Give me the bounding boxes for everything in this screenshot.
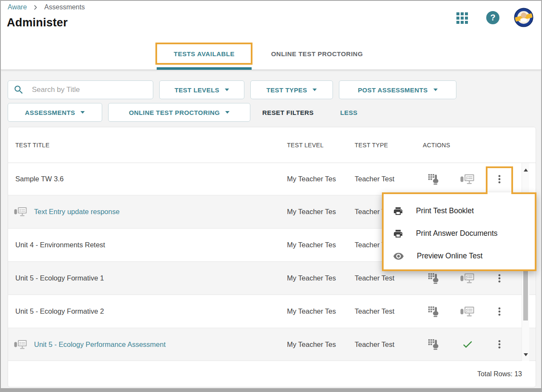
menu-item-print-answer-documents[interactable]: Print Answer Documents xyxy=(384,222,535,245)
column-header-test-title: TEST TITLE xyxy=(15,127,49,163)
column-header-test-type: TEST TYPE xyxy=(355,127,388,163)
table-row[interactable]: Sample TW 3.6 My Teacher Tes Teacher Tes… xyxy=(8,163,536,195)
help-glyph: ? xyxy=(490,13,495,23)
search-box xyxy=(8,80,153,99)
chevron-down-icon xyxy=(433,89,438,91)
assessments-dropdown[interactable]: ASSESSMENTS xyxy=(8,103,102,122)
check-icon xyxy=(462,338,473,350)
column-header-actions: ACTIONS xyxy=(423,127,450,163)
eye-icon xyxy=(393,251,404,262)
test-title: Unit 5 - Ecology Formative 2 xyxy=(15,295,104,328)
apps-grid-icon[interactable] xyxy=(456,12,468,26)
test-level: My Teacher Tes xyxy=(287,229,336,261)
table-header: TEST TITLE TEST LEVEL TEST TYPE ACTIONS xyxy=(8,127,536,163)
menu-item-print-test-booklet[interactable]: Print Test Booklet xyxy=(384,200,535,222)
test-types-dropdown[interactable]: TEST TYPES xyxy=(250,80,333,99)
test-title: Unit 5 - Ecology Formative 1 xyxy=(15,262,104,295)
test-level: My Teacher Tes xyxy=(287,195,336,228)
chevron-down-icon xyxy=(313,89,317,91)
scroll-up-icon[interactable] xyxy=(524,169,528,172)
less-button[interactable]: LESS xyxy=(340,103,358,122)
chevron-down-icon xyxy=(80,111,85,114)
test-title-link[interactable]: Unit 5 - Ecology Performance Assessment xyxy=(34,340,166,349)
reset-filters-button[interactable]: RESET FILTERS xyxy=(262,103,314,122)
scroll-down-icon[interactable] xyxy=(524,353,528,356)
row-menu-icon[interactable] xyxy=(494,273,505,283)
online-test-icon xyxy=(14,206,27,217)
tab-bar: TESTS AVAILABLE ONLINE TEST PROCTORING xyxy=(1,37,541,70)
test-types-label: TEST TYPES xyxy=(267,86,307,94)
test-level: My Teacher Tes xyxy=(287,328,336,361)
breadcrumb-current: Assessments xyxy=(44,3,85,11)
search-input[interactable] xyxy=(32,86,148,94)
test-type: Teacher Test xyxy=(355,163,394,195)
tab-online-test-proctoring[interactable]: ONLINE TEST PROCTORING xyxy=(256,37,378,70)
test-title: Sample TW 3.6 xyxy=(15,163,63,195)
manual-entry-icon[interactable] xyxy=(428,306,439,317)
table-row[interactable]: Unit 5 - Ecology Performance Assessment … xyxy=(8,328,536,361)
online-test-icon[interactable] xyxy=(460,272,475,284)
column-header-test-level: TEST LEVEL xyxy=(287,127,324,163)
app-window: Aware Assessments Administer ? xyxy=(0,0,542,392)
menu-item-label: Preview Online Test xyxy=(417,252,482,260)
manual-entry-icon[interactable] xyxy=(428,339,439,350)
test-levels-dropdown[interactable]: TEST LEVELS xyxy=(159,80,244,99)
test-title-cell: Unit 5 - Ecology Performance Assessment xyxy=(14,328,166,361)
online-test-proctoring-dropdown[interactable]: ONLINE TEST PROCTORING xyxy=(108,103,250,122)
assessments-label: ASSESSMENTS xyxy=(25,109,75,116)
test-type: Teacher Test xyxy=(355,295,394,328)
search-icon xyxy=(13,84,24,95)
scrollbar-thumb[interactable] xyxy=(523,270,528,320)
window-bottom-edge xyxy=(1,388,541,391)
manual-entry-icon[interactable] xyxy=(428,272,439,284)
row-menu-icon[interactable] xyxy=(494,339,505,350)
app-header: Aware Assessments Administer ? xyxy=(1,1,541,37)
breadcrumb: Aware Assessments xyxy=(8,3,85,11)
active-tab-underline xyxy=(157,67,252,70)
online-test-icon xyxy=(14,339,27,350)
avatar[interactable] xyxy=(514,8,533,27)
online-test-proctoring-label: ONLINE TEST PROCTORING xyxy=(129,109,220,116)
online-test-icon[interactable] xyxy=(460,173,475,185)
manual-entry-icon[interactable] xyxy=(428,173,439,185)
page-title: Administer xyxy=(7,16,68,29)
total-rows-label: Total Rows: 13 xyxy=(477,370,522,378)
test-levels-label: TEST LEVELS xyxy=(175,86,219,94)
menu-item-label: Print Answer Documents xyxy=(416,229,498,238)
online-test-icon[interactable] xyxy=(460,306,475,317)
menu-item-label: Print Test Booklet xyxy=(416,206,474,215)
post-assessments-dropdown[interactable]: POST ASSESSMENTS xyxy=(339,80,456,99)
chevron-right-icon xyxy=(33,5,38,10)
table-footer: Total Rows: 13 xyxy=(8,361,536,387)
test-title-cell: Text Entry update response xyxy=(14,195,120,228)
breadcrumb-root-link[interactable]: Aware xyxy=(8,3,27,11)
test-title-link[interactable]: Text Entry update response xyxy=(34,208,120,216)
row-menu-icon[interactable] xyxy=(494,174,505,184)
help-icon[interactable]: ? xyxy=(486,11,499,24)
chevron-down-icon xyxy=(225,89,229,91)
chevron-down-icon xyxy=(225,111,229,114)
table-row[interactable]: Unit 5 - Ecology Formative 2 My Teacher … xyxy=(8,295,536,328)
printer-icon xyxy=(393,206,403,216)
post-assessments-label: POST ASSESSMENTS xyxy=(358,86,427,94)
test-level: My Teacher Tes xyxy=(287,295,336,328)
test-level: My Teacher Tes xyxy=(287,163,336,195)
row-menu-icon[interactable] xyxy=(494,306,505,317)
tab-tests-available[interactable]: TESTS AVAILABLE xyxy=(157,37,252,70)
menu-item-preview-online-test[interactable]: Preview Online Test xyxy=(384,245,535,267)
printer-icon xyxy=(393,229,403,239)
test-level: My Teacher Tes xyxy=(287,262,336,295)
test-type: Teacher Test xyxy=(355,328,394,361)
test-title: Unit 4 - Environments Retest xyxy=(15,229,105,261)
annotation-callout-gap xyxy=(488,192,511,195)
row-context-menu: Print Test Booklet Print Answer Document… xyxy=(382,192,536,271)
